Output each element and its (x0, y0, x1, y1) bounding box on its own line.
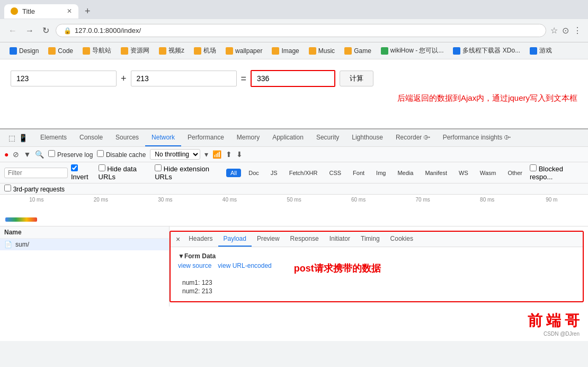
details-close-button[interactable]: × (173, 232, 183, 247)
url-bar[interactable]: 🔒 127.0.0.1:8000/index/ (56, 24, 546, 37)
tab-close-button[interactable]: ✕ (67, 7, 72, 15)
bookmark-star-icon[interactable]: ☆ (550, 25, 558, 36)
file-icon: 📄 (4, 241, 12, 248)
profile-icon[interactable]: ⊙ (562, 25, 569, 36)
invert-checkbox[interactable] (71, 164, 78, 171)
tab-memory[interactable]: Memory (230, 129, 266, 146)
tab-security[interactable]: Security (310, 129, 345, 146)
record-icon[interactable]: ● (4, 150, 8, 159)
bookmark-airport[interactable]: 机场 (190, 45, 220, 56)
num1-value: 123 (202, 279, 212, 286)
upload-icon[interactable]: ⬆ (226, 150, 232, 159)
third-party-checkbox[interactable] (4, 185, 11, 191)
tab-recorder[interactable]: Recorder ⌱ (389, 129, 436, 146)
input-num1[interactable] (11, 71, 117, 86)
tab-application[interactable]: Application (266, 129, 310, 146)
tab-network[interactable]: Network (145, 129, 181, 146)
dropdown-icon[interactable]: ▾ (204, 150, 208, 159)
network-list: Name 📄 sum/ × Headers Payload Preview Re… (0, 226, 588, 307)
tl-70ms: 70 ms (390, 197, 455, 203)
preserve-log-checkbox[interactable] (48, 150, 55, 157)
filter-icon[interactable]: ▼ (23, 150, 31, 159)
download-icon[interactable]: ⬇ (236, 150, 243, 159)
back-button[interactable]: ← (6, 25, 19, 37)
stop-icon[interactable]: ⊘ (13, 150, 19, 159)
bookmark-wikihow[interactable]: wikiHow - 您可以... (377, 45, 448, 56)
bookmark-game2[interactable]: 游戏 (525, 45, 556, 56)
filter-tag-media[interactable]: Media (393, 169, 417, 177)
hide-ext-text: Hide extension URLs (155, 165, 209, 181)
devtools-panel: ⬚ 📱 Elements Console Sources Network Per… (0, 128, 588, 307)
third-party-label: 3rd-party requests (4, 185, 65, 193)
reload-button[interactable]: ↻ (40, 24, 51, 37)
details-tab-initiator[interactable]: Initiator (324, 232, 355, 247)
bookmark-nav[interactable]: 导航站 (78, 45, 115, 56)
filter-tag-all[interactable]: All (226, 169, 241, 177)
browser-tab[interactable]: Title ✕ (4, 4, 78, 19)
device-icon[interactable]: 📱 (19, 134, 28, 142)
network-request-row[interactable]: 📄 sum/ (0, 239, 169, 250)
details-tab-preview[interactable]: Preview (252, 232, 285, 247)
hide-urls-label: Hide data URLs (99, 164, 152, 181)
tab-performance[interactable]: Performance (181, 129, 230, 146)
hide-ext-checkbox[interactable] (155, 164, 162, 171)
filter-tag-wasm[interactable]: Wasm (476, 169, 501, 177)
more-icon[interactable]: ⋮ (573, 25, 582, 36)
tl-80ms: 80 ms (455, 197, 520, 203)
tab-sources[interactable]: Sources (109, 129, 145, 146)
wifi-icon[interactable]: 📶 (212, 150, 221, 159)
view-source-link[interactable]: view source (178, 262, 211, 275)
details-tab-headers[interactable]: Headers (183, 232, 218, 247)
forward-button[interactable]: → (23, 25, 36, 37)
bookmark-resource[interactable]: 资源网 (117, 45, 154, 56)
bookmark-wallpaper[interactable]: wallpaper (221, 46, 266, 56)
bookmark-xdo[interactable]: 多线程下载器 XDo... (449, 45, 524, 56)
details-tab-timing[interactable]: Timing (355, 232, 385, 247)
details-tab-response[interactable]: Response (285, 232, 324, 247)
bookmark-design[interactable]: Design (5, 46, 43, 56)
blocked-label: Blocked respo... (530, 164, 584, 181)
filter-tag-font[interactable]: Font (349, 169, 369, 177)
details-tab-cookies[interactable]: Cookies (385, 232, 418, 247)
filter-tag-css[interactable]: CSS (325, 169, 345, 177)
input-num2[interactable] (131, 71, 237, 86)
bookmark-label: wallpaper (235, 47, 262, 55)
tab-performance-insights[interactable]: Performance insights ⌱ (436, 129, 517, 146)
bookmark-code[interactable]: Code (44, 46, 77, 56)
view-url-encoded-link[interactable]: view URL-encoded (218, 262, 271, 275)
bookmark-icon (194, 47, 201, 55)
calculate-button[interactable]: 计算 (340, 71, 373, 86)
filter-tag-fetch[interactable]: Fetch/XHR (285, 169, 322, 177)
blocked-checkbox[interactable] (530, 164, 537, 171)
network-toolbar: ● ⊘ ▼ 🔍 Preserve log Disable cache No th… (0, 147, 588, 162)
filter-input[interactable] (4, 168, 68, 178)
filter-tag-doc[interactable]: Doc (244, 169, 263, 177)
invert-label: Invert (71, 164, 95, 181)
calculator-area: + = 计算 (11, 70, 577, 87)
details-tab-payload[interactable]: Payload (218, 232, 252, 247)
bookmark-image[interactable]: Image (268, 46, 303, 56)
bookmark-icon (121, 47, 128, 55)
inspector-icon[interactable]: ⬚ (8, 134, 15, 142)
tab-console[interactable]: Console (73, 129, 109, 146)
bookmark-game[interactable]: Game (340, 46, 376, 56)
bookmark-video[interactable]: 视频z (155, 45, 189, 56)
tab-lighthouse[interactable]: Lighthouse (345, 129, 389, 146)
hide-ext-label: Hide extension URLs (155, 164, 223, 181)
search-icon[interactable]: 🔍 (35, 150, 44, 159)
filter-tag-other[interactable]: Other (504, 169, 527, 177)
throttle-select[interactable]: No throttling (150, 149, 200, 160)
bookmark-icon (344, 47, 352, 55)
filter-tag-img[interactable]: Img (372, 169, 390, 177)
filter-tag-js[interactable]: JS (266, 169, 282, 177)
new-tab-button[interactable]: + (81, 6, 95, 17)
filter-tag-manifest[interactable]: Manifest (421, 169, 451, 177)
tab-elements[interactable]: Elements (34, 129, 73, 146)
tab-bar: Title ✕ + (0, 0, 588, 19)
bookmark-music[interactable]: Music (305, 46, 339, 56)
hide-urls-checkbox[interactable] (99, 164, 105, 171)
filter-tag-ws[interactable]: WS (455, 169, 473, 177)
disable-cache-checkbox[interactable] (97, 150, 104, 157)
result-field[interactable] (251, 70, 335, 87)
timeline: 10 ms 20 ms 30 ms 40 ms 50 ms 60 ms 70 m… (0, 195, 588, 226)
